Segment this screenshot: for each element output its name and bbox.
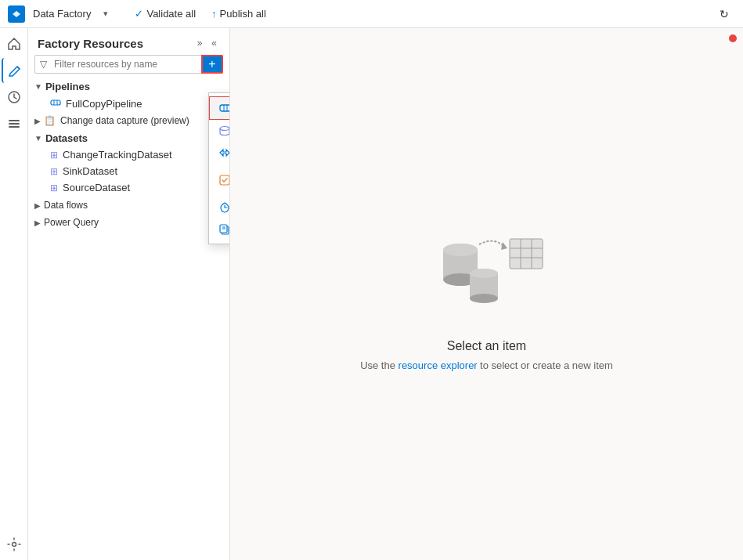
powerquery-section: ▶ Power Query 0 bbox=[31, 215, 226, 230]
dataset-item-source[interactable]: ⊞ SourceDataset bbox=[31, 179, 226, 196]
change-capture-label: Change data capture (preview) bbox=[60, 115, 189, 126]
left-nav bbox=[0, 28, 28, 560]
menu-copy-icon bbox=[218, 223, 230, 236]
dataset-item-icon-1: ⊞ bbox=[50, 150, 58, 161]
svg-rect-4 bbox=[9, 126, 20, 128]
app-logo bbox=[8, 5, 25, 23]
svg-rect-13 bbox=[220, 175, 229, 185]
dataset-item-sink[interactable]: ⊞ SinkDataset bbox=[31, 163, 226, 179]
empty-state-subtitle: Use the resource explorer to select or c… bbox=[360, 359, 613, 371]
powerquery-header[interactable]: ▶ Power Query 0 bbox=[31, 215, 226, 230]
menu-item-dataset[interactable]: Dataset bbox=[209, 120, 230, 142]
app-title: Data Factory bbox=[33, 8, 91, 20]
empty-state-text-after: to select or create a new item bbox=[480, 359, 613, 371]
svg-point-32 bbox=[470, 294, 498, 303]
svg-rect-9 bbox=[220, 105, 230, 111]
sidebar-title: Factory Resources bbox=[38, 37, 143, 50]
dataset-item-label-3: SourceDataset bbox=[63, 182, 130, 193]
sidebar-collapse-btn[interactable]: » bbox=[194, 36, 206, 50]
main-content: Select an item Use the resource explorer… bbox=[230, 28, 743, 560]
svg-point-29 bbox=[443, 244, 478, 256]
filter-icon: ▽ bbox=[40, 59, 47, 70]
context-menu-new-resource: Pipeline ▶ Dataset Data flow bbox=[208, 92, 230, 244]
menu-change-icon bbox=[218, 174, 230, 186]
svg-point-5 bbox=[12, 543, 16, 547]
placeholder-illustration: Select an item Use the resource explorer… bbox=[360, 217, 613, 371]
datasets-label: Datasets bbox=[45, 132, 88, 144]
resource-explorer-link[interactable]: resource explorer bbox=[399, 359, 478, 371]
svg-point-12 bbox=[220, 127, 229, 131]
menu-dataflow-icon bbox=[218, 146, 230, 159]
svg-marker-34 bbox=[501, 242, 507, 250]
pipelines-header[interactable]: ▼ Pipelines bbox=[31, 78, 226, 95]
app-title-dropdown[interactable]: ▾ bbox=[103, 9, 108, 19]
pipelines-label: Pipelines bbox=[45, 81, 90, 92]
menu-item-dataflow[interactable]: Data flow ▶ bbox=[209, 142, 230, 164]
powerquery-label: Power Query bbox=[44, 217, 99, 228]
sidebar-controls: » « bbox=[194, 36, 220, 50]
illustration-area bbox=[420, 217, 553, 327]
dataset-item-icon-3: ⊞ bbox=[50, 182, 58, 193]
dataset-item-changetracking[interactable]: ⊞ ChangeTrackingDataset bbox=[31, 146, 226, 163]
svg-rect-2 bbox=[9, 120, 20, 121]
filter-input[interactable] bbox=[35, 56, 222, 73]
menu-item-powerquery[interactable]: Power Query bbox=[209, 197, 230, 219]
menu-item-change-capture[interactable]: Change data capture (preview) bbox=[209, 164, 230, 197]
pipelines-section: ▼ Pipelines FullCopyPipeline ▶ bbox=[31, 78, 226, 128]
sidebar-header: Factory Resources » « bbox=[28, 28, 229, 55]
svg-point-33 bbox=[470, 269, 498, 278]
refresh-button[interactable]: ↻ bbox=[713, 3, 735, 25]
publish-all-button[interactable]: ↑ Publish all bbox=[205, 5, 272, 23]
top-bar: Data Factory ▾ ✓ Validate all ↑ Publish … bbox=[0, 0, 743, 28]
empty-state-text-before: Use the bbox=[360, 359, 398, 371]
datasets-header[interactable]: ▼ Datasets bbox=[31, 130, 226, 146]
dataflows-chevron: ▶ bbox=[34, 201, 41, 210]
notification-dot bbox=[729, 34, 737, 42]
nav-settings-icon[interactable] bbox=[2, 532, 27, 557]
menu-item-copy-tool[interactable]: Copy Data tool bbox=[209, 219, 230, 240]
dataflows-header[interactable]: ▶ Data flows 0 bbox=[31, 197, 226, 213]
validate-all-button[interactable]: ✓ Validate all bbox=[128, 5, 202, 23]
nav-manage-icon[interactable] bbox=[2, 111, 27, 136]
dataflows-section: ▶ Data flows 0 bbox=[31, 197, 226, 213]
dataset-item-icon-2: ⊞ bbox=[50, 166, 58, 177]
pipeline-item-icon bbox=[50, 97, 61, 110]
menu-item-pipeline[interactable]: Pipeline ▶ bbox=[209, 96, 230, 120]
resource-tree: ▼ Pipelines FullCopyPipeline ▶ bbox=[28, 78, 229, 560]
pipelines-chevron: ▼ bbox=[34, 82, 42, 91]
empty-state-graphic bbox=[420, 217, 553, 327]
dataset-item-label-1: ChangeTrackingDataset bbox=[63, 149, 172, 161]
svg-rect-6 bbox=[51, 100, 60, 105]
nav-monitor-icon[interactable] bbox=[2, 85, 27, 110]
menu-pipeline-icon bbox=[219, 102, 230, 114]
powerquery-chevron: ▶ bbox=[34, 219, 41, 227]
sidebar-minimize-btn[interactable]: « bbox=[208, 36, 220, 50]
menu-powerquery-icon bbox=[218, 201, 230, 214]
svg-rect-3 bbox=[9, 123, 20, 125]
dataflows-label: Data flows bbox=[44, 200, 88, 211]
datasets-chevron: ▼ bbox=[34, 134, 42, 143]
svg-rect-35 bbox=[510, 239, 543, 269]
nav-edit-icon[interactable] bbox=[2, 58, 27, 83]
change-capture-chevron: ▶ bbox=[34, 117, 41, 125]
datasets-section: ▼ Datasets ⊞ ChangeTrackingDataset ⊞ Sin… bbox=[31, 130, 226, 196]
filter-bar: ▽ + bbox=[34, 55, 223, 74]
change-capture-row[interactable]: ▶ 📋 Change data capture (preview) bbox=[31, 113, 226, 128]
dataset-item-label-2: SinkDataset bbox=[63, 165, 117, 177]
pipeline-item-fullcopy[interactable]: FullCopyPipeline bbox=[31, 95, 226, 113]
nav-home-icon[interactable] bbox=[2, 31, 27, 56]
pipeline-item-label: FullCopyPipeline bbox=[66, 98, 142, 110]
menu-dataset-icon bbox=[218, 125, 230, 137]
main-layout: Factory Resources » « ▽ + ▼ Pipelines bbox=[0, 28, 743, 560]
add-resource-button[interactable]: + bbox=[201, 55, 223, 74]
sidebar: Factory Resources » « ▽ + ▼ Pipelines bbox=[28, 28, 230, 560]
empty-state-title: Select an item bbox=[447, 339, 526, 353]
